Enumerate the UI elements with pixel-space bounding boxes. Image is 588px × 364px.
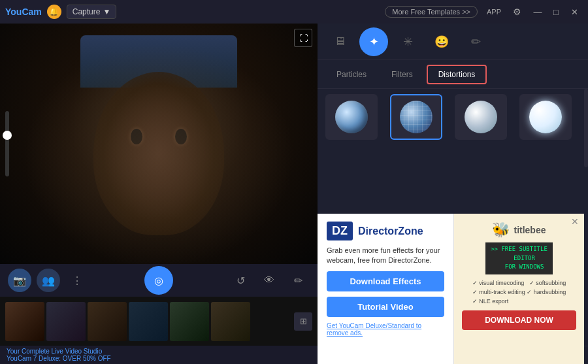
filmstrip: ⊞ (0, 297, 318, 346)
status-bar: Your Complete Live Video Studio YouCam 7… (0, 346, 318, 364)
effect-bright-sphere[interactable] (519, 94, 572, 140)
slider-thumb[interactable] (3, 131, 12, 140)
tutorial-video-button[interactable]: Tutorial Video (327, 297, 444, 317)
bee-icon: 🐝 (492, 222, 510, 239)
effect-white-sphere[interactable] (455, 94, 507, 140)
dz-badge: DZ (327, 222, 353, 240)
edit-button[interactable]: ✏ (461, 27, 490, 56)
directorzone-logo: DZ DirectorZone (327, 222, 444, 240)
camera-controls: 📷 👥 ⋮ ◎ ↺ 👁 ✏ (0, 264, 318, 297)
scrollbar[interactable] (584, 89, 588, 167)
free-subtitle-label: >> FREE SUBTITLE EDITOR FOR WINDOWS (485, 242, 553, 274)
effect-sphere[interactable] (325, 94, 378, 140)
white-sphere-icon (465, 101, 497, 133)
download-now-button[interactable]: DOWNLOAD NOW (462, 310, 576, 330)
right-panel: 🖥 ✦ ✳ 😀 ✏ Particles Filters Distortions (318, 24, 588, 364)
ad-features: ✓ visual timecoding ✓ softsubbing ✓ mult… (472, 278, 566, 306)
group-button[interactable]: 👥 (37, 269, 60, 292)
templates-button[interactable]: More Free Templates >> (385, 6, 478, 18)
tab-particles[interactable]: Particles (325, 65, 378, 84)
capture-button[interactable]: ◎ (144, 266, 173, 295)
left-panel: ⛶ ◀ 📷 👥 ⋮ ◎ ↺ 👁 ✏ ⊞ Your (0, 24, 318, 364)
list-item[interactable] (5, 302, 44, 341)
effects-tabs: Particles Filters Distortions (318, 60, 588, 89)
ad-banner: ✕ DZ DirectorZone Grab even more fun eff… (318, 214, 584, 364)
minimize-button[interactable]: — (529, 5, 546, 19)
effect-sphere-grid[interactable] (390, 94, 442, 140)
distortion-overlay (0, 24, 318, 264)
photo-button[interactable]: 📷 (8, 269, 31, 292)
brightness-slider[interactable] (5, 111, 9, 176)
effects-button[interactable]: ✦ (359, 27, 388, 56)
close-button[interactable]: ✕ (566, 5, 583, 19)
ad-left-section: DZ DirectorZone Grab even more fun effec… (318, 214, 453, 364)
sphere-icon (335, 101, 368, 133)
webcam-feed (0, 24, 318, 264)
eye-button[interactable]: 👁 (257, 269, 281, 292)
titlebee-text: titlebee (514, 225, 546, 235)
list-item[interactable] (211, 302, 250, 341)
sphere-grid-icon (400, 101, 433, 133)
titlebee-logo: 🐝 titlebee (492, 222, 546, 239)
list-item[interactable] (88, 302, 127, 341)
maximize-button[interactable]: □ (547, 5, 564, 19)
ad-close-button[interactable]: ✕ (571, 216, 579, 227)
sparkle-button[interactable]: ✳ (393, 27, 422, 56)
face-button[interactable]: 😀 (427, 27, 456, 56)
bright-sphere-icon (529, 101, 562, 133)
list-item[interactable] (129, 302, 168, 341)
right-toolbar: 🖥 ✦ ✳ 😀 ✏ (318, 24, 588, 60)
remove-ads-link[interactable]: Get YouCam Deluxe/Standard to remove ads… (327, 322, 444, 337)
filmstrip-grid-button[interactable]: ⊞ (294, 312, 312, 331)
flip-button[interactable]: ↺ (229, 269, 252, 292)
notification-bell[interactable]: 🔔 (47, 5, 61, 19)
ad-description: Grab even more fun effects for your webc… (327, 246, 444, 266)
window-controls: — □ ✕ (529, 5, 583, 19)
slider-track (5, 111, 9, 176)
more-options-button[interactable]: ⋮ (65, 269, 89, 292)
tab-distortions[interactable]: Distortions (427, 65, 487, 84)
app-logo: YouCam (5, 7, 42, 17)
monitor-button[interactable]: 🖥 (325, 27, 354, 56)
tab-filters[interactable]: Filters (380, 65, 424, 84)
list-item[interactable] (46, 302, 86, 341)
app-button[interactable]: APP (483, 7, 505, 17)
main-area: ⛶ ◀ 📷 👥 ⋮ ◎ ↺ 👁 ✏ ⊞ Your (0, 24, 588, 364)
title-bar: YouCam 🔔 Capture ▼ More Free Templates >… (0, 0, 588, 24)
list-item[interactable] (170, 302, 209, 341)
mode-dropdown[interactable]: Capture ▼ (67, 5, 117, 19)
ad-right-section: 🐝 titlebee >> FREE SUBTITLE EDITOR FOR W… (453, 214, 584, 364)
settings-icon[interactable]: ⚙ (510, 5, 524, 18)
download-effects-button[interactable]: Download Effects (327, 271, 444, 291)
pen-button[interactable]: ✏ (286, 269, 310, 292)
fullscreen-button[interactable]: ⛶ (294, 29, 312, 47)
status-text: Your Complete Live Video Studio YouCam 7… (7, 348, 111, 362)
dz-name: DirectorZone (358, 225, 423, 237)
camera-view: ⛶ ◀ (0, 24, 318, 264)
